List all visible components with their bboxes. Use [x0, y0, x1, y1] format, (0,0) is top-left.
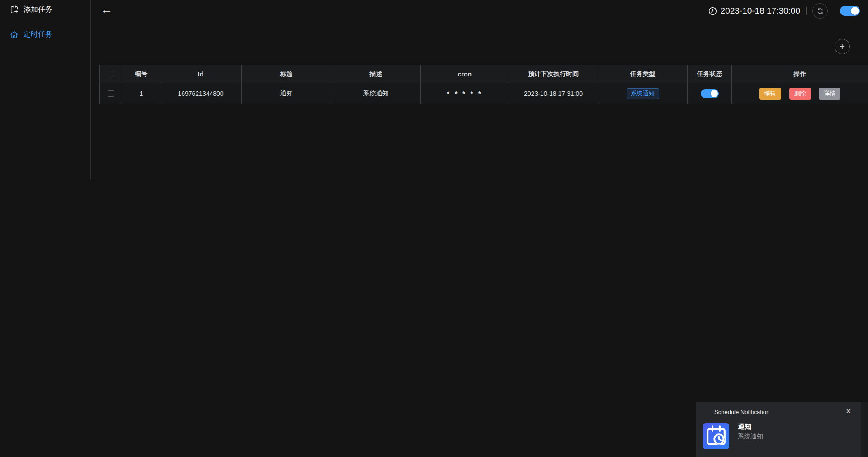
back-button[interactable]: ← — [100, 2, 113, 17]
notification-toast: Schedule Notification ✕ 通知 系统通知 — [696, 402, 861, 457]
cell-num: 1 — [123, 83, 160, 104]
delete-button[interactable]: 删除 — [789, 88, 811, 100]
edit-button[interactable]: 编辑 — [760, 88, 781, 100]
header-next-time: 预计下次执行时间 — [509, 65, 598, 83]
detail-button[interactable]: 详情 — [819, 88, 840, 100]
toast-body: 系统通知 — [738, 433, 763, 441]
tasks-table: 编号 Id 标题 描述 cron 预计下次执行时间 任务类型 任务状态 操作 1… — [99, 65, 868, 104]
task-status-toggle[interactable] — [701, 89, 719, 98]
topbar-right-cluster: 2023-10-18 17:30:00 — [708, 3, 860, 19]
topbar-separator — [834, 7, 834, 15]
sidebar: 添加任务 定时任务 — [0, 0, 90, 457]
refresh-button[interactable] — [812, 3, 828, 19]
background-window-edge — [861, 402, 868, 457]
toast-app-name: Schedule Notification — [714, 409, 769, 415]
clock-icon — [708, 6, 717, 16]
header-num: 编号 — [123, 65, 160, 83]
sidebar-item-label: 定时任务 — [24, 30, 52, 39]
row-checkbox[interactable] — [108, 90, 114, 97]
current-time: 2023-10-18 17:30:00 — [708, 6, 800, 16]
table-header-row: 编号 Id 标题 描述 cron 预计下次执行时间 任务类型 任务状态 操作 — [100, 65, 868, 83]
cell-id: 1697621344800 — [160, 83, 242, 104]
topbar-separator — [806, 7, 807, 15]
header-id: Id — [160, 65, 242, 83]
sidebar-item-add-task[interactable]: 添加任务 — [9, 5, 52, 14]
arrow-left-icon: ← — [100, 3, 113, 16]
cell-title: 通知 — [242, 83, 331, 104]
add-task-icon — [9, 5, 19, 14]
header-status: 任务状态 — [688, 65, 732, 83]
time-text: 2023-10-18 17:30:00 — [721, 6, 800, 16]
cell-cron: * * * * * — [421, 83, 509, 104]
table-row: 1 1697621344800 通知 系统通知 * * * * * 2023-1… — [100, 83, 868, 104]
cell-next-time: 2023-10-18 17:31:00 — [509, 83, 598, 104]
home-icon — [9, 30, 19, 39]
close-icon: ✕ — [845, 407, 851, 415]
toggle-knob — [711, 90, 718, 97]
sidebar-item-scheduled-tasks[interactable]: 定时任务 — [9, 30, 52, 39]
cell-desc: 系统通知 — [331, 83, 421, 104]
header-title: 标题 — [242, 65, 331, 83]
power-toggle[interactable] — [840, 6, 860, 16]
header-ops: 操作 — [732, 65, 868, 83]
sidebar-item-label: 添加任务 — [24, 5, 52, 14]
add-row-button[interactable]: + — [835, 39, 850, 54]
schedule-app-icon — [703, 423, 729, 449]
toast-title: 通知 — [738, 423, 751, 431]
toggle-knob — [851, 7, 859, 15]
header-type: 任务类型 — [598, 65, 688, 83]
header-cron: cron — [421, 65, 509, 83]
refresh-icon — [816, 7, 824, 15]
plus-icon: + — [840, 41, 845, 52]
select-all-checkbox[interactable] — [108, 71, 114, 77]
sidebar-divider — [90, 0, 91, 179]
toast-close-button[interactable]: ✕ — [845, 407, 851, 415]
header-desc: 描述 — [331, 65, 421, 83]
task-type-tag[interactable]: 系统通知 — [627, 88, 659, 99]
